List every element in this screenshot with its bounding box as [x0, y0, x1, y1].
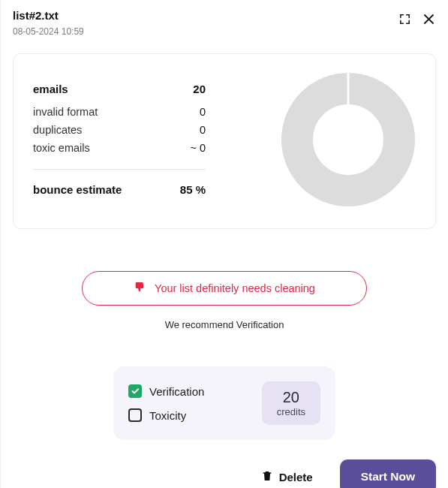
stat-row: toxic emails ~ 0: [33, 139, 206, 157]
option-toxicity[interactable]: Toxicity: [128, 408, 204, 422]
timestamp: 08-05-2024 10:59: [13, 26, 84, 37]
stat-value: 20: [193, 83, 206, 95]
cleaning-banner: Your list definitely needs cleaning: [82, 271, 367, 306]
delete-button[interactable]: Delete: [261, 470, 313, 484]
option-verification[interactable]: Verification: [128, 384, 204, 398]
credits-value: 20: [277, 389, 305, 406]
option-label: Verification: [149, 385, 204, 398]
stat-value: ~ 0: [190, 142, 206, 154]
trash-icon: [261, 470, 273, 484]
stat-label: duplicates: [33, 124, 82, 136]
stat-value: 0: [200, 106, 206, 118]
options-card: Verification Toxicity 20 credits: [113, 366, 335, 440]
header-left: list#2.txt 08-05-2024 10:59: [13, 9, 84, 37]
stat-label: invalid format: [33, 106, 98, 118]
recommend-text: We recommend Verification: [13, 319, 436, 330]
donut-chart: [281, 72, 416, 210]
header: list#2.txt 08-05-2024 10:59: [13, 9, 436, 37]
credits-tile: 20 credits: [262, 381, 320, 425]
options-list: Verification Toxicity: [128, 384, 204, 422]
credits-label: credits: [277, 406, 305, 417]
stat-value: 0: [200, 124, 206, 136]
stat-bounce: bounce estimate 85 %: [33, 180, 206, 203]
svg-rect-1: [347, 73, 350, 104]
expand-icon[interactable]: [398, 13, 411, 26]
header-actions: [398, 12, 436, 26]
thumbs-down-icon: [134, 281, 146, 296]
stat-value: 85 %: [180, 183, 206, 196]
stat-row: duplicates 0: [33, 121, 206, 139]
footer: Delete Start Now: [13, 440, 436, 488]
banner-text: Your list definitely needs cleaning: [155, 282, 315, 294]
delete-label: Delete: [279, 471, 313, 483]
stat-label: toxic emails: [33, 142, 90, 154]
close-icon[interactable]: [422, 12, 436, 26]
checkbox-unchecked-icon[interactable]: [128, 408, 142, 422]
stat-emails: emails 20: [33, 80, 206, 103]
start-button[interactable]: Start Now: [340, 459, 436, 488]
stats-card: emails 20 invalid format 0 duplicates 0 …: [13, 53, 436, 229]
option-label: Toxicity: [149, 409, 186, 422]
stat-label: emails: [33, 83, 68, 95]
stats-table: emails 20 invalid format 0 duplicates 0 …: [33, 80, 206, 203]
file-title: list#2.txt: [13, 9, 84, 22]
checkbox-checked-icon[interactable]: [128, 384, 142, 398]
stat-row: invalid format 0: [33, 103, 206, 121]
divider: [33, 169, 206, 170]
stat-label: bounce estimate: [33, 183, 122, 196]
